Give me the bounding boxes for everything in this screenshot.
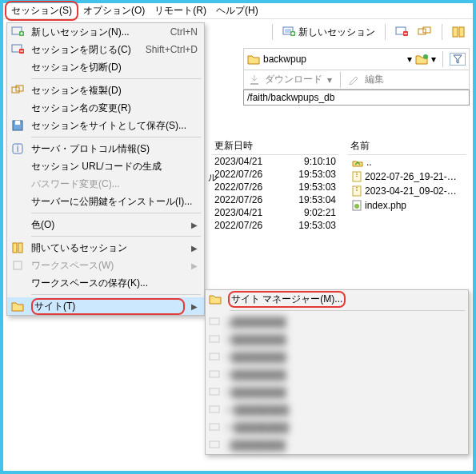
file-row[interactable]: .. — [347, 155, 466, 169]
submenu-item-site[interactable]: m████████ — [206, 401, 468, 419]
svg-rect-7 — [453, 27, 458, 37]
monitor-minus-icon[interactable] — [392, 25, 411, 39]
menu-item-session-url[interactable]: セッション URL/コードの生成 — [7, 157, 204, 175]
transfer-toolbar: ダウンロード ▾ 編集 — [243, 70, 470, 90]
submenu-arrow-icon: ▶ — [191, 302, 198, 311]
menu-label: セッションを切断(D) — [31, 61, 198, 74]
dropdown-arrow-icon[interactable]: ▾ — [431, 54, 436, 65]
menu-item-save-workspace[interactable]: ワークスペースの保存(K)... — [7, 274, 204, 292]
submenu-item-site[interactable]: s████████ — [206, 436, 468, 454]
svg-rect-5 — [418, 29, 426, 34]
partial-text: ル — [208, 171, 218, 185]
workspace-icon — [10, 260, 25, 271]
menu-item-new-session[interactable]: 新しいセッション(N)... Ctrl+N — [7, 23, 204, 41]
list-row[interactable]: 2022/07/2619:53:04 — [211, 193, 339, 206]
file-row[interactable]: 2022-07-26_19-21-20_2NK — [347, 169, 466, 184]
submenu-label: h████████ — [226, 352, 286, 363]
menu-item-server-info[interactable]: i サーバ・プロトコル情報(S) — [7, 140, 204, 157]
menu-item-disconnect[interactable]: セッションを切断(D) — [7, 58, 204, 76]
submenu-item-site[interactable]: h████████ — [206, 331, 468, 349]
submenu-label: g████████ — [226, 317, 286, 328]
list-row[interactable]: 2023/04/219:02:21 — [211, 206, 339, 219]
remote-path-bar[interactable]: /faith/backwpups_db — [243, 90, 470, 106]
menu-remote[interactable]: リモート(R) — [150, 2, 211, 19]
menu-shortcut: Shift+Ctrl+D — [146, 44, 198, 55]
submenu-arrow-icon: ▶ — [191, 244, 198, 253]
download-icon — [249, 74, 260, 86]
monitor-icon — [209, 388, 220, 397]
menu-session[interactable]: セッション(S) — [5, 1, 78, 21]
column-header-name[interactable]: 名前 — [347, 137, 466, 155]
menu-item-workspace: ワークスペース(W)▶ — [7, 257, 204, 274]
svg-rect-26 — [14, 261, 22, 269]
menu-label: セッションを閉じる(C) — [31, 43, 139, 57]
file-name: index.php — [365, 200, 406, 211]
svg-rect-1 — [285, 29, 291, 33]
remote-folder-selector[interactable]: backwpup ▾ ▾ — [243, 48, 470, 70]
submenu-arrow-icon: ▶ — [191, 221, 198, 229]
menu-label: 新しいセッション(N)... — [31, 26, 164, 39]
menu-shortcut: Ctrl+N — [170, 26, 198, 38]
menu-option[interactable]: オプション(O) — [78, 2, 150, 19]
file-icon — [352, 200, 362, 211]
menu-label: 色(O) — [31, 218, 185, 232]
remote-path-text: /faith/backwpups_db — [247, 92, 334, 103]
folder-new-icon[interactable] — [415, 54, 428, 65]
download-label[interactable]: ダウンロード — [265, 73, 322, 86]
monitor-minus-icon — [10, 44, 25, 55]
file-icon — [352, 157, 363, 167]
menu-label: サイト(T) — [31, 298, 185, 315]
edit-label[interactable]: 編集 — [365, 73, 384, 86]
svg-rect-33 — [210, 424, 219, 430]
menu-help[interactable]: ヘルプ(H) — [211, 2, 263, 19]
submenu-item-site[interactable]: g████████ — [206, 313, 468, 331]
menu-item-save-site[interactable]: セッションをサイトとして保存(S)... — [7, 117, 204, 134]
submenu-item-site-manager[interactable]: サイト マネージャー(M)... — [206, 290, 468, 308]
submenu-item-site[interactable]: h████████ — [206, 349, 468, 366]
file-name: 2022-07-26_19-21-20_2NK — [365, 171, 462, 182]
submenu-item-site[interactable]: m████████ — [206, 419, 468, 436]
list-row[interactable]: 2022/07/2619:53:03 — [211, 219, 339, 232]
list-row[interactable]: 2022/07/2619:53:03 — [211, 181, 339, 193]
columns-icon[interactable] — [449, 25, 468, 39]
app-window: セッション(S) オプション(O) リモート(R) ヘルプ(H) 新しいセッショ… — [0, 0, 476, 474]
svg-rect-21 — [15, 121, 20, 125]
filter-icon[interactable] — [450, 53, 466, 66]
list-row[interactable]: 2023/04/219:10:10 — [211, 155, 339, 168]
menu-label: 開いているセッション — [31, 241, 185, 255]
menu-item-rename[interactable]: セッション名の変更(R) — [7, 99, 204, 117]
menu-item-color[interactable]: 色(O)▶ — [7, 216, 204, 233]
file-row[interactable]: index.php — [347, 198, 466, 213]
file-icon — [352, 171, 362, 182]
new-session-toolbar-button[interactable]: 新しいセッション — [279, 24, 378, 41]
submenu-item-site[interactable]: h████████ — [206, 384, 468, 401]
menu-item-sites[interactable]: サイト(T) ▶ — [7, 297, 204, 315]
svg-rect-25 — [18, 243, 22, 253]
menu-item-install-key[interactable]: サーバーに公開鍵をインストール(I)... — [7, 193, 204, 210]
menu-item-close-session[interactable]: セッションを閉じる(C) Shift+Ctrl+D — [7, 41, 204, 58]
file-row[interactable]: 2023-04-21_09-02-20_G5K — [347, 184, 466, 198]
submenu-item-site[interactable]: h████████ — [206, 366, 468, 384]
monitor-icon — [209, 440, 220, 450]
menu-label: ワークスペース(W) — [31, 259, 185, 273]
submenu-arrow-icon: ▶ — [191, 261, 198, 270]
monitor-icon — [209, 353, 220, 362]
svg-rect-32 — [210, 406, 219, 412]
dropdown-arrow-icon[interactable]: ▾ — [407, 54, 412, 65]
submenu-label: サイト マネージャー(M)... — [228, 291, 346, 308]
column-header-mtime[interactable]: 更新日時 — [211, 137, 339, 155]
submenu-label: m████████ — [226, 422, 289, 433]
remote-folder-name: backwpup — [263, 54, 306, 65]
menu-item-opened-sessions[interactable]: 開いているセッション▶ — [7, 239, 204, 257]
svg-rect-27 — [210, 318, 219, 325]
submenu-label: m████████ — [226, 404, 289, 416]
dropdown-arrow-icon[interactable]: ▾ — [327, 74, 332, 86]
menubar: セッション(S) オプション(O) リモート(R) ヘルプ(H) — [3, 3, 473, 19]
list-row[interactable]: 2022/07/2619:53:03 — [211, 168, 339, 181]
monitors-icon[interactable] — [414, 25, 435, 39]
menu-item-change-password: パスワード変更(C)... — [7, 175, 204, 193]
monitor-plus-icon — [10, 26, 25, 38]
menu-item-duplicate[interactable]: セッションを複製(D) — [7, 82, 204, 99]
sites-submenu: サイト マネージャー(M)... g████████h████████h████… — [205, 289, 469, 455]
menu-label: セッションをサイトとして保存(S)... — [31, 119, 198, 133]
